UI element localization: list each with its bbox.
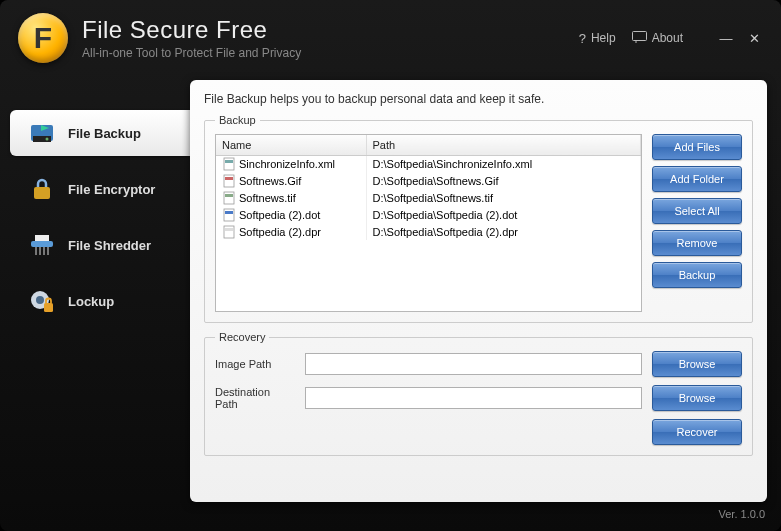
help-icon: ? [579, 31, 586, 46]
backup-group: Backup Name Path SinchronizeInfo.xmlD:\S… [204, 114, 753, 323]
add-files-button[interactable]: Add Files [652, 134, 742, 160]
title-block: File Secure Free All-in-one Tool to Prot… [82, 16, 579, 60]
svg-rect-0 [632, 31, 646, 40]
col-path[interactable]: Path [366, 135, 641, 155]
about-label: About [652, 31, 683, 45]
about-link[interactable]: About [632, 31, 683, 46]
svg-rect-15 [225, 160, 233, 163]
svg-rect-4 [34, 187, 50, 199]
sidebar-item-file-backup[interactable]: File Backup [10, 110, 190, 156]
browse-image-button[interactable]: Browse [652, 351, 742, 377]
svg-rect-22 [224, 226, 234, 238]
help-link[interactable]: ? Help [579, 31, 616, 46]
help-label: Help [591, 31, 616, 45]
backup-icon [28, 120, 56, 146]
svg-point-12 [36, 296, 44, 304]
sidebar-item-file-shredder[interactable]: File Shredder [0, 222, 190, 268]
add-folder-button[interactable]: Add Folder [652, 166, 742, 192]
image-path-label: Image Path [215, 358, 295, 370]
backup-buttons: Add Files Add Folder Select All Remove B… [652, 134, 742, 312]
help-text: File Backup helps you to backup personal… [204, 92, 753, 106]
app-window: F File Secure Free All-in-one Tool to Pr… [0, 0, 781, 531]
destination-path-input[interactable] [305, 387, 642, 409]
backup-button[interactable]: Backup [652, 262, 742, 288]
app-title: File Secure Free [82, 16, 579, 44]
svg-rect-23 [225, 228, 233, 231]
table-row[interactable]: Softnews.tifD:\Softpedia\Softnews.tif [216, 189, 641, 206]
svg-rect-13 [44, 303, 53, 312]
table-row[interactable]: Softnews.GifD:\Softpedia\Softnews.Gif [216, 172, 641, 189]
svg-rect-20 [224, 209, 234, 221]
lockup-icon [28, 288, 56, 314]
svg-rect-6 [35, 235, 49, 241]
main-panel: File Backup helps you to backup personal… [190, 80, 767, 502]
minimize-button[interactable]: — [717, 30, 735, 46]
svg-point-3 [46, 138, 49, 141]
destination-path-label: Destination Path [215, 386, 295, 410]
shredder-icon [28, 232, 56, 258]
logo-icon: F [18, 13, 68, 63]
image-path-input[interactable] [305, 353, 642, 375]
file-table[interactable]: Name Path SinchronizeInfo.xmlD:\Softpedi… [215, 134, 642, 312]
svg-rect-5 [31, 241, 53, 247]
table-row[interactable]: Softpedia (2).dotD:\Softpedia\Softpedia … [216, 206, 641, 223]
about-icon [632, 31, 647, 46]
table-row[interactable]: Softpedia (2).dprD:\Softpedia\Softpedia … [216, 223, 641, 240]
table-row[interactable]: SinchronizeInfo.xmlD:\Softpedia\Sinchron… [216, 155, 641, 172]
sidebar-item-label: File Shredder [68, 238, 151, 253]
browse-destination-button[interactable]: Browse [652, 385, 742, 411]
sidebar-item-lockup[interactable]: Lockup [0, 278, 190, 324]
close-button[interactable]: ✕ [745, 30, 763, 46]
sidebar-item-label: File Backup [68, 126, 141, 141]
sidebar-item-label: Lockup [68, 294, 114, 309]
select-all-button[interactable]: Select All [652, 198, 742, 224]
recovery-group: Recovery Image Path Browse Destination P… [204, 331, 753, 456]
header-right: ? Help About — ✕ [579, 30, 763, 46]
backup-legend: Backup [215, 114, 260, 126]
svg-rect-14 [224, 158, 234, 170]
recovery-legend: Recovery [215, 331, 269, 343]
header: F File Secure Free All-in-one Tool to Pr… [0, 0, 781, 72]
body: File Backup File Encryptor File Shredder… [0, 72, 781, 502]
remove-button[interactable]: Remove [652, 230, 742, 256]
version-label: Ver. 1.0.0 [0, 502, 781, 520]
svg-rect-21 [225, 211, 233, 214]
svg-rect-19 [225, 194, 233, 197]
sidebar-item-file-encryptor[interactable]: File Encryptor [0, 166, 190, 212]
svg-rect-16 [224, 175, 234, 187]
svg-rect-18 [224, 192, 234, 204]
app-subtitle: All-in-one Tool to Protect File and Priv… [82, 46, 579, 60]
col-name[interactable]: Name [216, 135, 366, 155]
sidebar: File Backup File Encryptor File Shredder… [0, 80, 190, 502]
svg-rect-17 [225, 177, 233, 180]
encryptor-icon [28, 176, 56, 202]
recover-button[interactable]: Recover [652, 419, 742, 445]
sidebar-item-label: File Encryptor [68, 182, 155, 197]
